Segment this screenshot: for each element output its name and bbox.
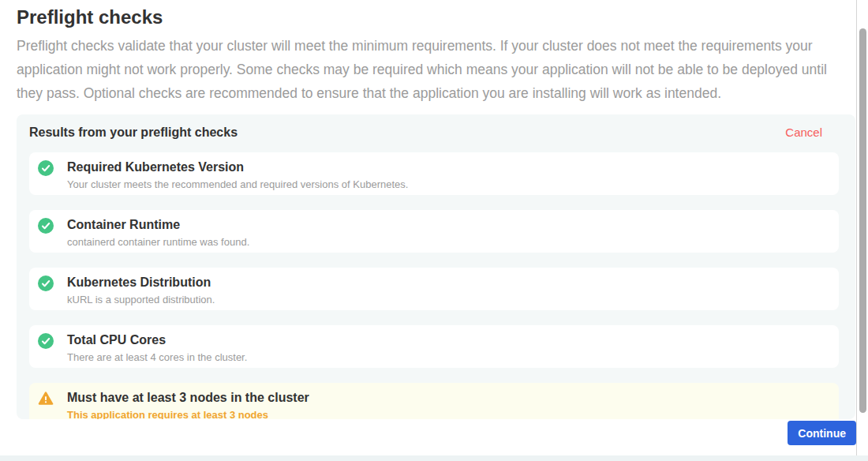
- check-circle-icon: [38, 333, 54, 349]
- check-list: Required Kubernetes Version Your cluster…: [17, 140, 855, 419]
- panel-header: Results from your preflight checks Cance…: [17, 114, 855, 140]
- scrollbar-thumb[interactable]: [859, 28, 866, 413]
- scrollbar-track[interactable]: [856, 0, 868, 455]
- check-message: Your cluster meets the recommended and r…: [67, 178, 408, 190]
- check-result-card: Total CPU Cores There are at least 4 cor…: [29, 325, 839, 368]
- check-title: Must have at least 3 nodes in the cluste…: [67, 390, 309, 405]
- check-circle-icon: [38, 275, 54, 291]
- continue-button[interactable]: Continue: [788, 421, 856, 445]
- check-message: There are at least 4 cores in the cluste…: [67, 351, 247, 363]
- page-description: Preflight checks validate that your clus…: [17, 34, 842, 105]
- results-heading: Results from your preflight checks: [29, 126, 238, 140]
- check-message: kURL is a supported distribution.: [67, 294, 215, 305]
- bottom-strip: [0, 455, 868, 461]
- warning-triangle-icon: [38, 391, 54, 407]
- cancel-link[interactable]: Cancel: [785, 126, 822, 139]
- preflight-page: Preflight checks Preflight checks valida…: [17, 0, 856, 105]
- check-circle-icon: [38, 218, 54, 234]
- check-title: Container Runtime: [67, 217, 249, 232]
- check-message: containerd container runtime was found.: [67, 236, 249, 248]
- check-result-card: Container Runtime containerd container r…: [29, 210, 839, 253]
- footer-bar: Continue: [0, 419, 856, 455]
- check-result-card: Required Kubernetes Version Your cluster…: [29, 152, 839, 195]
- preflight-results-panel: Results from your preflight checks Cance…: [17, 114, 855, 419]
- check-title: Total CPU Cores: [67, 332, 247, 347]
- page-title: Preflight checks: [17, 0, 856, 28]
- check-title: Required Kubernetes Version: [67, 159, 408, 174]
- check-message: This application requires at least 3 nod…: [67, 409, 309, 419]
- check-result-card: Must have at least 3 nodes in the cluste…: [29, 383, 839, 419]
- check-circle-icon: [38, 160, 54, 176]
- check-title: Kubernetes Distribution: [67, 275, 215, 290]
- check-result-card: Kubernetes Distribution kURL is a suppor…: [29, 268, 839, 310]
